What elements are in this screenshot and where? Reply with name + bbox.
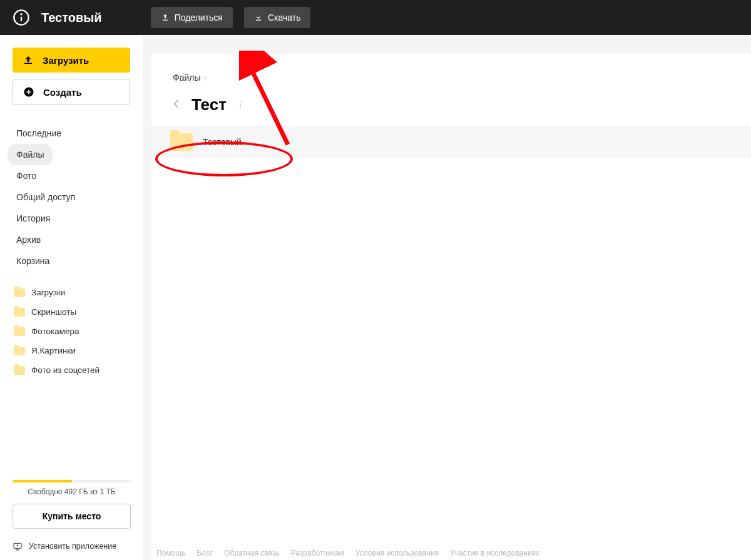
install-icon (13, 541, 23, 551)
nav-item-photo[interactable]: Фото (8, 165, 45, 186)
footer-link[interactable]: Обратная связь (224, 549, 279, 557)
install-app-link[interactable]: Установить приложение (8, 539, 136, 554)
upload-button-label: Загрузить (43, 55, 89, 66)
folder-icon (14, 366, 25, 375)
folder-icon (14, 327, 25, 336)
nav-item-shared[interactable]: Общий доступ (8, 186, 84, 208)
nav-item-trash[interactable]: Корзина (8, 250, 58, 272)
back-arrow-icon[interactable] (170, 98, 183, 113)
folder-list: Загрузки Скриншоты Фотокамера Я.Картинки… (8, 283, 136, 380)
sidebar-folder-screenshots[interactable]: Скриншоты (8, 302, 136, 322)
sidebar-folder-downloads[interactable]: Загрузки (8, 283, 136, 302)
storage-text: Свободно 492 ГБ из 1 ТБ (8, 487, 136, 496)
folder-icon (14, 288, 25, 297)
footer-link[interactable]: Условия использования (355, 549, 439, 557)
folder-icon (14, 308, 25, 317)
nav-item-recent[interactable]: Последние (8, 123, 70, 144)
download-button-label: Скачать (268, 13, 301, 23)
sidebar-folder-label: Фотокамера (31, 327, 79, 336)
create-button-label: Создать (43, 87, 82, 98)
sidebar-folder-label: Загрузки (31, 288, 65, 297)
sidebar-folder-label: Фото из соцсетей (31, 365, 100, 375)
sidebar-folder-social[interactable]: Фото из соцсетей (8, 360, 136, 380)
sidebar-folder-yapictures[interactable]: Я.Картинки (8, 341, 136, 360)
storage-bar-fill (13, 480, 72, 482)
sidebar-folder-label: Скриншоты (31, 307, 76, 317)
plus-circle-icon (23, 86, 34, 98)
folder-title: Тест (192, 95, 227, 115)
sidebar-folder-camera[interactable]: Фотокамера (8, 322, 136, 341)
svg-point-2 (21, 14, 21, 14)
breadcrumb: Файлы › (151, 73, 751, 95)
create-button[interactable]: Создать (13, 79, 130, 105)
folder-header: Тест ⋮ (151, 95, 751, 126)
upload-button[interactable]: Загрузить (13, 48, 130, 73)
file-row[interactable]: Тестовый (151, 126, 751, 158)
footer-link[interactable]: Участие в исследованиях (450, 549, 539, 557)
nav-item-files[interactable]: Файлы (8, 144, 53, 165)
nav-item-archive[interactable]: Архив (8, 229, 49, 250)
sidebar: Загрузить Создать Последние Файлы Фото О… (0, 35, 144, 560)
folder-icon (14, 347, 25, 355)
file-row-name: Тестовый (203, 137, 242, 147)
footer-link[interactable]: Блог (197, 549, 213, 557)
install-app-label: Установить приложение (29, 542, 116, 551)
footer-link[interactable]: Помощь (156, 549, 185, 557)
nav-item-history[interactable]: История (8, 208, 59, 229)
topbar: Тестовый Поделиться Скачать (0, 0, 751, 35)
topbar-title: Тестовый (41, 11, 102, 25)
sidebar-folder-label: Я.Картинки (31, 346, 76, 355)
share-button[interactable]: Поделиться (151, 7, 233, 28)
nav-list: Последние Файлы Фото Общий доступ Истори… (8, 123, 136, 272)
download-button[interactable]: Скачать (244, 7, 311, 28)
download-icon (254, 13, 263, 22)
chevron-right-icon: › (204, 74, 207, 81)
share-button-label: Поделиться (175, 13, 223, 23)
share-icon (161, 13, 170, 22)
folder-icon (170, 133, 193, 151)
buy-storage-button[interactable]: Купить место (13, 504, 131, 529)
footer-link[interactable]: Разработчикам (291, 549, 344, 557)
main-content: Файлы › Тест ⋮ Тестовый (151, 54, 751, 560)
storage-bar (13, 480, 131, 482)
more-options-icon[interactable]: ⋮ (235, 99, 247, 111)
breadcrumb-root[interactable]: Файлы (173, 73, 200, 83)
upload-icon (23, 54, 34, 66)
footer-links: Помощь Блог Обратная связь Разработчикам… (156, 549, 539, 557)
info-icon[interactable] (13, 9, 30, 26)
